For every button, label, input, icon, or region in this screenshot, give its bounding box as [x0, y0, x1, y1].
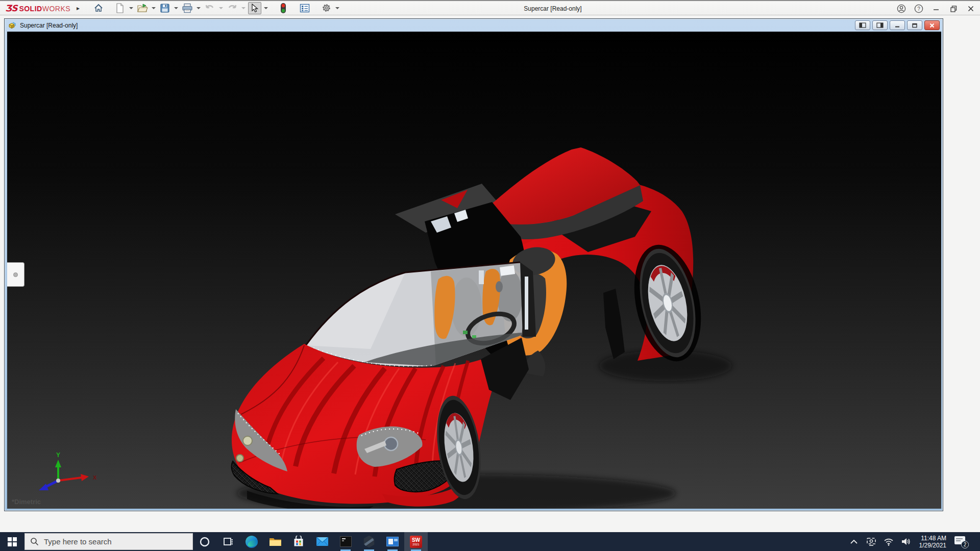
document-close-button[interactable]: [924, 20, 940, 30]
feature-tree-collapsed-tab[interactable]: [7, 262, 24, 287]
task-view-button[interactable]: [216, 532, 240, 551]
tray-cast-button[interactable]: [865, 536, 877, 548]
taskbar-app-window[interactable]: [381, 532, 404, 551]
windows-logo-icon: [8, 537, 17, 546]
taskbar-app-edrawings[interactable]: [357, 532, 381, 551]
command-prompt-icon: [340, 536, 352, 547]
search-placeholder: Type here to search: [44, 537, 112, 546]
document-minimize-button[interactable]: [890, 20, 905, 30]
redo-button[interactable]: [226, 2, 239, 14]
tray-time: 11:48 AM: [919, 535, 946, 542]
taskbar-app-store[interactable]: [287, 532, 310, 551]
quick-access-toolbar: [92, 2, 340, 14]
document-restore-icon: [912, 23, 918, 28]
mail-icon: [316, 537, 329, 546]
taskbar-app-solidworks[interactable]: SW 2021: [404, 532, 428, 551]
solidworks-icon: SW 2021: [410, 536, 422, 548]
graphics-viewport[interactable]: Y X *Dimetric: [7, 32, 941, 509]
edrawings-icon: [363, 536, 375, 548]
edge-icon: [246, 536, 258, 548]
redo-icon: [227, 4, 238, 13]
print-button[interactable]: [181, 2, 194, 14]
new-document-icon: [115, 3, 125, 13]
new-document-dropdown[interactable]: [129, 2, 134, 14]
open-dropdown[interactable]: [151, 2, 156, 14]
solidworks-logo: ƷS SOLID WORKS: [5, 3, 70, 13]
document-window: Supercar [Read-only]: [4, 18, 943, 511]
save-dropdown[interactable]: [174, 2, 179, 14]
print-dropdown[interactable]: [196, 2, 201, 14]
volume-icon: [901, 537, 911, 546]
select-tool-button[interactable]: [248, 2, 261, 14]
start-button[interactable]: [0, 532, 24, 551]
file-properties-button[interactable]: [298, 2, 311, 14]
pane-right-button[interactable]: [872, 20, 888, 30]
document-window-controls: [855, 20, 940, 30]
tray-overflow-button[interactable]: [848, 536, 860, 548]
triad-x-label: X: [93, 474, 97, 481]
minimize-button[interactable]: [931, 4, 941, 14]
tray-date: 1/29/2021: [919, 542, 946, 549]
app-window-icon: [386, 537, 399, 546]
undo-button[interactable]: [203, 2, 216, 14]
options-dropdown[interactable]: [335, 2, 340, 14]
help-icon: ?: [914, 4, 923, 13]
document-titlebar[interactable]: Supercar [Read-only]: [5, 19, 943, 32]
select-tool-dropdown[interactable]: [263, 2, 268, 14]
taskbar-app-file-explorer[interactable]: [263, 532, 287, 551]
notification-center-button[interactable]: 2: [953, 535, 969, 548]
new-document-button[interactable]: [113, 2, 127, 14]
restore-button[interactable]: [948, 4, 959, 14]
taskbar-app-command-prompt[interactable]: [334, 532, 357, 551]
close-button[interactable]: [966, 4, 976, 14]
file-properties-icon: [300, 4, 310, 13]
print-icon: [182, 3, 193, 13]
taskbar-app-mail[interactable]: [310, 532, 334, 551]
supercar-3d-model[interactable]: Y X: [7, 32, 941, 509]
selection-filter-button[interactable]: [277, 2, 290, 14]
tray-volume-button[interactable]: [900, 536, 912, 548]
save-button[interactable]: [158, 2, 172, 14]
minimize-icon: [933, 5, 940, 12]
search-icon: [30, 537, 39, 546]
document-close-icon: [929, 23, 935, 28]
cortana-icon: [199, 536, 210, 547]
file-explorer-icon: [269, 536, 282, 547]
menu-expander-icon[interactable]: ▸: [77, 5, 80, 12]
gear-icon: [321, 3, 332, 13]
assembly-document-icon: [8, 21, 17, 30]
help-button[interactable]: ?: [914, 4, 924, 14]
home-button[interactable]: [92, 2, 105, 14]
open-button[interactable]: [136, 2, 149, 14]
account-button[interactable]: [896, 4, 906, 14]
document-restore-button[interactable]: [907, 20, 922, 30]
solidworks-icon-year: 2021: [412, 543, 419, 546]
document-minimize-icon: [894, 23, 900, 28]
taskbar-app-edge[interactable]: [240, 532, 263, 551]
app-window-controls: ?: [896, 1, 976, 16]
triad-y-label: Y: [56, 452, 60, 459]
cortana-button[interactable]: [193, 532, 216, 551]
chevron-up-icon: [850, 539, 857, 544]
orientation-triad: Y X: [39, 452, 97, 490]
undo-dropdown[interactable]: [218, 2, 224, 14]
logo-text-light: WORKS: [42, 5, 70, 13]
select-cursor-icon: [251, 4, 259, 13]
notification-badge: 2: [961, 541, 969, 548]
tray-wifi-button[interactable]: [883, 536, 895, 548]
undo-icon: [204, 4, 215, 13]
close-icon: [967, 5, 974, 12]
redo-dropdown[interactable]: [241, 2, 246, 14]
cast-display-icon: [866, 537, 876, 546]
open-icon: [137, 3, 148, 13]
svg-text:?: ?: [917, 6, 920, 12]
account-icon: [897, 4, 906, 13]
document-title: Supercar [Read-only]: [20, 22, 78, 29]
wifi-icon: [884, 538, 894, 546]
taskbar-search-input[interactable]: Type here to search: [24, 533, 193, 550]
pane-left-button[interactable]: [855, 20, 870, 30]
workspace: Supercar [Read-only]: [0, 15, 980, 532]
system-tray: 11:48 AM 1/29/2021 2: [848, 532, 980, 551]
options-button[interactable]: [320, 2, 333, 14]
tray-clock[interactable]: 11:48 AM 1/29/2021: [917, 535, 948, 549]
